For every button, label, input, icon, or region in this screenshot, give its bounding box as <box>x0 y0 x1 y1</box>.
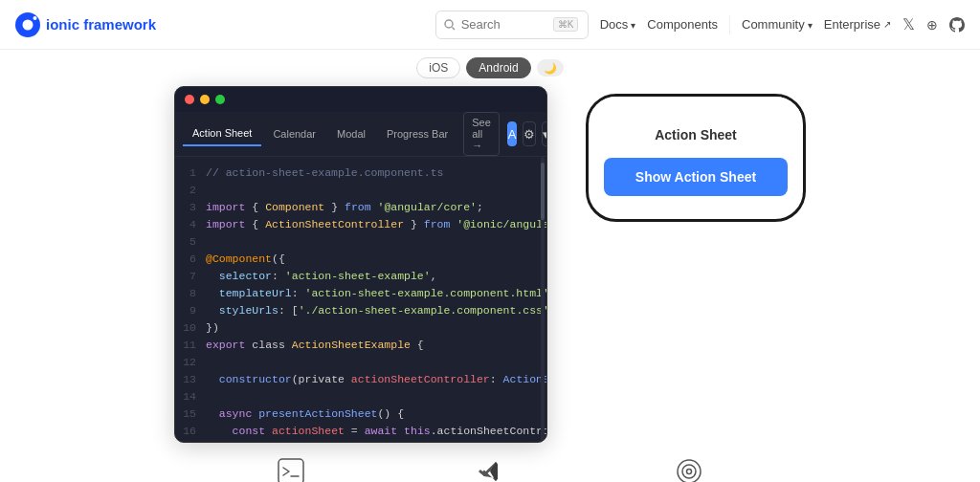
search-input[interactable] <box>461 17 547 32</box>
search-icon <box>444 19 456 31</box>
code-line: 14 <box>175 388 546 405</box>
tab-calendar[interactable]: Calendar <box>263 122 325 145</box>
components-link[interactable]: Components <box>647 17 718 32</box>
code-line: 9 styleUrls: ['./action-sheet-example.co… <box>175 302 546 319</box>
svg-point-8 <box>682 465 696 478</box>
search-box[interactable]: ⌘K <box>435 11 589 39</box>
expand-icon-btn[interactable]: ▾ <box>542 121 547 146</box>
code-line: 10}) <box>175 319 546 337</box>
target-icon[interactable] <box>676 458 702 482</box>
editor-dot-maximize[interactable] <box>215 95 225 104</box>
panels: Action Sheet Calendar Modal Progress Bar… <box>155 86 825 443</box>
tab-action-sheet[interactable]: Action Sheet <box>183 121 261 146</box>
community-link[interactable]: Community <box>742 17 813 32</box>
settings-icon-btn[interactable]: ⚙ <box>523 121 536 146</box>
svg-line-4 <box>452 27 455 30</box>
angular-icon-btn[interactable]: A <box>507 121 518 146</box>
svg-point-2 <box>33 16 37 20</box>
code-line: 4import { ActionSheetController } from '… <box>175 216 546 233</box>
editor-dot-close[interactable] <box>185 95 194 104</box>
code-line: 2 <box>175 182 546 199</box>
vscode-icon[interactable] <box>477 458 503 482</box>
phone-screen: Action Sheet Show Action Sheet <box>589 116 803 219</box>
svg-point-3 <box>445 20 453 28</box>
community-chevron-icon <box>808 17 813 32</box>
code-line: 3import { Component } from '@angular/cor… <box>175 199 546 216</box>
platform-toggle: iOS Android 🌙 <box>416 57 563 78</box>
terminal-icon[interactable] <box>278 458 304 482</box>
code-line: 1// action-sheet-example.component.ts <box>175 164 546 182</box>
android-toggle-btn[interactable]: Android <box>466 57 530 78</box>
code-line: 13 constructor(private actionSheetContro… <box>175 371 546 388</box>
main-content: iOS Android 🌙 Action Sheet Calendar Moda… <box>0 50 980 482</box>
code-line: 8 templateUrl: 'action-sheet-example.com… <box>175 285 546 302</box>
enterprise-link[interactable]: Enterprise ↗ <box>824 17 891 32</box>
see-all-tabs-btn[interactable]: See all → <box>463 112 500 156</box>
navbar: ionic framework ⌘K Docs Components Commu… <box>0 0 980 50</box>
code-line: 12 <box>175 354 546 371</box>
code-editor: Action Sheet Calendar Modal Progress Bar… <box>174 86 547 443</box>
code-line: 16 const actionSheet = await this.action… <box>175 423 546 440</box>
enterprise-ext-icon: ↗ <box>883 19 891 30</box>
tab-modal[interactable]: Modal <box>327 122 375 145</box>
phone-mockup: Action Sheet Show Action Sheet <box>586 94 806 222</box>
svg-rect-5 <box>278 459 303 482</box>
editor-tabs: Action Sheet Calendar Modal Progress Bar… <box>175 112 546 157</box>
code-line: 7 selector: 'action-sheet-example', <box>175 268 546 285</box>
discord-icon[interactable]: ⊕ <box>926 17 938 33</box>
nav-divider <box>729 15 730 34</box>
logo-link[interactable]: ionic framework <box>15 12 156 37</box>
svg-point-9 <box>687 470 692 474</box>
editor-dot-minimize[interactable] <box>200 95 210 104</box>
tab-progress-bar[interactable]: Progress Bar <box>377 122 457 145</box>
docs-chevron-icon <box>631 17 635 32</box>
github-icon[interactable] <box>949 17 965 33</box>
code-line: 15 async presentActionSheet() { <box>175 405 546 423</box>
search-kbd: ⌘K <box>553 17 579 32</box>
twitter-icon[interactable]: 𝕏 <box>902 15 915 33</box>
phone-notch <box>589 97 803 116</box>
docs-link[interactable]: Docs <box>600 17 636 32</box>
logo-text: ionic framework <box>46 16 156 33</box>
code-body[interactable]: 1// action-sheet-example.component.ts23i… <box>175 157 546 442</box>
ios-toggle-btn[interactable]: iOS <box>416 57 460 78</box>
dark-mode-toggle-btn[interactable]: 🌙 <box>537 59 564 77</box>
code-scrollbar[interactable] <box>541 157 545 442</box>
ionic-logo-icon <box>15 12 40 37</box>
code-line: 6@Component({ <box>175 251 546 268</box>
code-line: 17 header: 'Albums', <box>175 440 546 442</box>
bottom-icons <box>278 458 702 482</box>
code-scrollbar-thumb <box>541 163 545 220</box>
phone-title: Action Sheet <box>604 123 788 142</box>
code-line: 11export class ActionSheetExample { <box>175 337 546 354</box>
editor-titlebar <box>175 87 546 112</box>
show-action-sheet-btn[interactable]: Show Action Sheet <box>604 158 788 196</box>
svg-point-1 <box>23 19 33 30</box>
code-line: 5 <box>175 233 546 251</box>
